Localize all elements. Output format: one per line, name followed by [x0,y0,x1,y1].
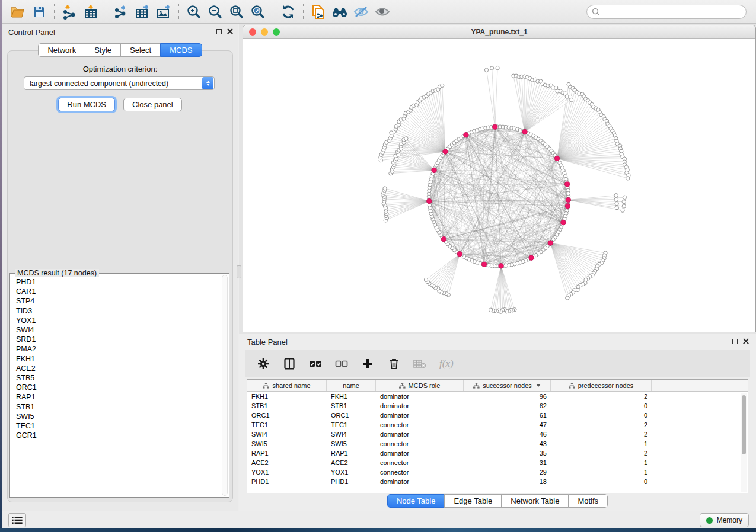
hide-selected-eye-icon[interactable] [350,2,372,21]
table-cell: RAP1 [327,450,376,457]
mcds-node-item[interactable]: YOX1 [16,316,221,325]
task-history-button[interactable] [8,513,26,527]
import-table-icon[interactable] [80,2,101,21]
main-toolbar [2,0,756,24]
mcds-result-box: MCDS result (17 nodes) PHD1CAR1STP4TID3Y… [9,273,229,498]
table-cell: ACE2 [247,459,327,466]
show-all-eye-icon[interactable] [372,2,393,21]
table-cell: connector [376,469,464,476]
shared-column-icon [263,383,269,389]
table-row[interactable]: SWI4SWI4dominator462 [247,430,748,439]
mcds-node-item[interactable]: ORC1 [16,383,221,392]
table-row[interactable]: RAP1RAP1dominator352 [247,448,748,458]
column-header-successor-nodes[interactable]: successor nodes [464,380,551,391]
open-folder-icon[interactable] [7,2,28,21]
save-icon[interactable] [28,2,50,21]
table-scrollbar-thumb[interactable] [742,395,746,454]
tab-edge-table[interactable]: Edge Table [444,494,502,508]
network-canvas[interactable] [243,39,755,332]
mcds-node-item[interactable]: FKH1 [16,354,221,364]
select-all-rows-icon[interactable] [309,357,322,370]
mcds-node-item[interactable]: TEC1 [16,421,221,431]
table-panel: Table Panel [239,334,756,511]
show-columns-icon[interactable] [283,357,296,370]
table-row[interactable]: PHD1PHD1dominator180 [247,477,748,486]
mcds-node-item[interactable]: STB1 [16,402,221,412]
table-row[interactable]: ACE2ACE2connector311 [247,458,748,467]
table-row[interactable]: ORC1ORC1dominator610 [247,411,748,420]
split-handle[interactable] [237,265,241,278]
table-cell: SWI5 [247,440,327,447]
run-mcds-button[interactable]: Run MCDS [58,98,115,111]
search-box[interactable] [586,5,747,19]
zoom-fit-icon[interactable] [226,2,247,21]
network-window-titlebar[interactable]: YPA_prune.txt_1 [243,25,755,39]
zoom-in-icon[interactable] [183,2,205,21]
search-input[interactable] [604,8,741,16]
mcds-node-item[interactable]: TID3 [16,306,221,316]
export-image-icon[interactable] [153,2,174,21]
table-cell: YOX1 [247,469,327,476]
table-row[interactable]: TEC1TEC1connector472 [247,420,748,430]
desktop-bottom-strip [0,528,756,532]
search-network-icon[interactable] [329,2,350,21]
deselect-all-rows-icon[interactable] [335,357,348,370]
export-table-icon[interactable] [132,2,153,21]
table-scrollbar[interactable] [741,393,747,492]
float-panel-icon[interactable] [216,29,222,34]
table-cell: dominator [376,412,464,419]
optimization-dropdown[interactable]: largest connected component (undirected) [24,76,215,90]
list-icon [12,516,23,524]
table-cell: SWI5 [327,440,376,447]
mcds-node-item[interactable]: SWI5 [16,412,221,421]
mcds-node-item[interactable]: PHD1 [16,277,221,287]
export-network-icon[interactable] [110,2,132,21]
import-network-icon[interactable] [59,2,80,21]
column-header-MCDS-role[interactable]: MCDS role [376,380,464,391]
zoom-out-icon[interactable] [205,2,226,21]
table-row[interactable]: FKH1FKH1dominator962 [247,392,748,401]
close-panel-icon[interactable] [227,28,233,34]
memory-button[interactable]: Memory [700,513,749,527]
add-column-icon[interactable] [361,357,374,370]
table-settings-gear-icon[interactable] [257,357,270,370]
mcds-node-item[interactable]: SWI4 [16,325,221,335]
refresh-icon[interactable] [277,2,299,21]
zoom-selected-icon[interactable] [247,2,269,21]
table-row[interactable]: YOX1YOX1connector291 [247,467,748,477]
table-cell: connector [376,440,464,447]
mcds-node-item[interactable]: RAP1 [16,392,221,402]
column-header-filler [652,380,748,391]
tab-network-table[interactable]: Network Table [501,494,569,508]
memory-status-icon [706,517,713,524]
close-panel-button[interactable]: Close panel [123,98,182,111]
mcds-result-list[interactable]: PHD1CAR1STP4TID3YOX1SWI4SRD1PMA2FKH1ACE2… [14,276,221,496]
close-table-panel-icon[interactable] [743,338,749,344]
table-row[interactable]: STB1STB1dominator620 [247,401,748,411]
mcds-node-item[interactable]: ACE2 [16,364,221,373]
delete-column-trash-icon[interactable] [387,357,400,370]
mcds-node-item[interactable]: PMA2 [16,344,221,354]
mcds-node-item[interactable]: CAR1 [16,287,221,296]
tab-mcds[interactable]: MCDS [160,43,202,57]
mcds-node-item[interactable]: STB5 [16,373,221,383]
tab-motifs[interactable]: Motifs [568,494,608,508]
column-header-name[interactable]: name [327,380,376,391]
tab-network[interactable]: Network [38,43,85,57]
column-header-shared-name[interactable]: shared name [247,380,327,391]
column-header-predecessor-nodes[interactable]: predecessor nodes [551,380,652,391]
table-cell: YOX1 [327,469,376,476]
table-row[interactable]: SWI5SWI5connector431 [247,439,748,448]
float-table-panel-icon[interactable] [732,339,738,344]
mcds-list-scrollbar[interactable] [222,275,228,496]
mcds-node-item[interactable]: STP4 [16,296,221,306]
share-document-icon[interactable] [308,2,329,21]
table-cell: 1 [551,469,652,476]
mcds-node-item[interactable]: GCR1 [16,431,221,440]
table-cell: SWI4 [327,431,376,438]
tab-node-table[interactable]: Node Table [387,494,445,508]
tab-style[interactable]: Style [85,43,121,57]
mcds-node-item[interactable]: SRD1 [16,335,221,344]
tab-select[interactable]: Select [120,43,161,57]
table-cell: 0 [551,478,652,485]
